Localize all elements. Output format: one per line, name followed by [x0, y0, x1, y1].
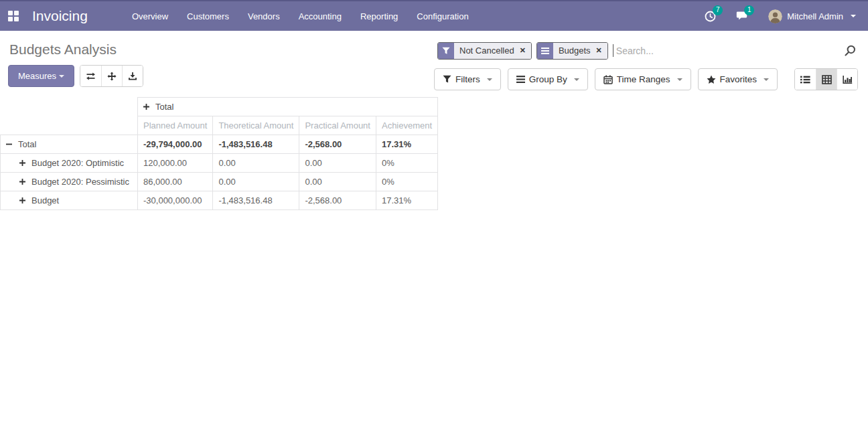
- menu-item-overview[interactable]: Overview: [125, 7, 175, 25]
- download-icon: [128, 72, 137, 81]
- group-by-icon: [516, 75, 525, 84]
- menu-item-accounting[interactable]: Accounting: [292, 7, 348, 25]
- table-row: Total -29,794,000.00 -1,483,516.48 -2,56…: [1, 135, 438, 154]
- pivot-cell: 0%: [376, 154, 437, 173]
- measure-header-practical[interactable]: Practical Amount: [299, 116, 376, 135]
- control-panel: Budgets Analysis Measures: [0, 31, 868, 90]
- pivot-table-icon: [822, 75, 832, 84]
- pivot-cell: 17.31%: [376, 135, 437, 154]
- menu-item-reporting[interactable]: Reporting: [354, 7, 405, 25]
- pivot-cell: 17.31%: [376, 191, 437, 210]
- expand-all-button[interactable]: [101, 66, 122, 86]
- favorites-button[interactable]: Favorites: [698, 68, 778, 90]
- pivot-col-group-total[interactable]: Total: [138, 98, 438, 116]
- pivot-cell: 0.00: [299, 154, 376, 173]
- table-row: Budget 2020: Pessimistic 86,000.00 0.00 …: [1, 173, 438, 191]
- star-icon: [707, 75, 716, 84]
- pivot-cell: 0.00: [213, 173, 299, 191]
- group-by-button[interactable]: Group By: [508, 68, 588, 90]
- search-input[interactable]: [615, 45, 844, 57]
- pivot-cell: 0.00: [299, 173, 376, 191]
- plus-icon[interactable]: [19, 177, 25, 187]
- search-bar: Not Cancelled ✕ Budgets ✕: [434, 39, 858, 62]
- main-menu: Overview Customers Vendors Accounting Re…: [125, 7, 476, 25]
- top-navbar: Invoicing Overview Customers Vendors Acc…: [0, 0, 868, 31]
- chevron-down-icon: [487, 78, 492, 81]
- avatar: [768, 9, 782, 23]
- messages-button[interactable]: 1: [736, 11, 748, 21]
- app-title[interactable]: Invoicing: [32, 8, 88, 24]
- measure-header-achievement[interactable]: Achievement: [376, 116, 437, 135]
- measures-button[interactable]: Measures: [8, 65, 74, 87]
- pivot-row-total[interactable]: Total: [1, 135, 138, 154]
- table-row: Budget -30,000,000.00 -1,483,516.48 -2,5…: [1, 191, 438, 210]
- pivot-row-budget-2020-pessimistic[interactable]: Budget 2020: Pessimistic: [1, 173, 138, 191]
- pivot-toolbar: [80, 65, 143, 87]
- search-options-row: Filters Group By Time Ranges: [434, 68, 858, 90]
- pivot-view: Total Planned Amount Theoretical Amount …: [0, 97, 868, 210]
- download-button[interactable]: [122, 66, 143, 86]
- search-icon[interactable]: [844, 45, 858, 57]
- pivot-row-budget[interactable]: Budget: [1, 191, 138, 210]
- pivot-cell: -1,483,516.48: [213, 135, 299, 154]
- flip-axis-icon: [86, 72, 96, 81]
- chevron-down-icon: [59, 75, 64, 78]
- chevron-down-icon: [764, 78, 769, 81]
- chevron-down-icon: [677, 78, 682, 81]
- filter-icon: [443, 75, 451, 84]
- plus-icon[interactable]: [19, 158, 25, 168]
- user-name: Mitchell Admin: [787, 11, 843, 21]
- facet-remove-icon[interactable]: ✕: [520, 46, 526, 55]
- search-facet-filter: Not Cancelled ✕: [437, 42, 532, 60]
- list-icon: [800, 75, 810, 84]
- pivot-row-budget-2020-optimistic[interactable]: Budget 2020: Optimistic: [1, 154, 138, 173]
- filters-button[interactable]: Filters: [434, 68, 501, 90]
- page-title: Budgets Analysis: [9, 41, 434, 58]
- search-facet-groupby: Budgets ✕: [536, 42, 608, 60]
- pivot-cell: -29,794,000.00: [138, 135, 213, 154]
- pivot-cell: 0.00: [213, 154, 299, 173]
- group-by-icon: [537, 43, 553, 59]
- messages-badge: 1: [744, 5, 754, 15]
- bar-chart-icon: [843, 75, 853, 84]
- view-switcher: [794, 68, 858, 90]
- pivot-cell: -1,483,516.48: [213, 191, 299, 210]
- facet-label: Budgets: [559, 46, 591, 56]
- pivot-cell: 86,000.00: [138, 173, 213, 191]
- table-row: Budget 2020: Optimistic 120,000.00 0.00 …: [1, 154, 438, 173]
- pivot-table: Total Planned Amount Theoretical Amount …: [0, 97, 438, 210]
- activities-badge: 7: [713, 5, 723, 15]
- menu-item-configuration[interactable]: Configuration: [410, 7, 475, 25]
- pivot-view-button[interactable]: [816, 69, 837, 90]
- list-view-button[interactable]: [795, 69, 816, 90]
- filter-icon: [438, 43, 454, 59]
- flip-axis-button[interactable]: [80, 66, 101, 86]
- graph-view-button[interactable]: [837, 69, 857, 90]
- pivot-cell: -2,568.00: [299, 135, 376, 154]
- pivot-cell: -30,000,000.00: [138, 191, 213, 210]
- activities-button[interactable]: 7: [705, 11, 716, 22]
- measure-header-planned[interactable]: Planned Amount: [138, 116, 213, 135]
- user-menu[interactable]: Mitchell Admin: [768, 9, 856, 23]
- pivot-corner-cell: [1, 98, 138, 116]
- apps-menu-icon[interactable]: [8, 11, 19, 21]
- minus-icon[interactable]: [6, 139, 12, 149]
- measure-header-theoretical[interactable]: Theoretical Amount: [213, 116, 299, 135]
- chevron-down-icon: [574, 78, 579, 81]
- expand-arrows-icon: [107, 72, 117, 81]
- chevron-down-icon: [851, 15, 856, 17]
- calendar-icon: [603, 75, 613, 84]
- pivot-cell: 0%: [376, 173, 437, 191]
- plus-icon[interactable]: [19, 195, 25, 205]
- facet-label: Not Cancelled: [459, 46, 514, 56]
- time-ranges-button[interactable]: Time Ranges: [595, 68, 691, 90]
- pivot-corner-cell: [1, 116, 138, 135]
- pivot-cell: 120,000.00: [138, 154, 213, 173]
- facet-remove-icon[interactable]: ✕: [596, 46, 602, 55]
- menu-item-customers[interactable]: Customers: [180, 7, 236, 25]
- text-cursor: [613, 44, 613, 57]
- plus-icon[interactable]: [143, 102, 149, 112]
- pivot-cell: -2,568.00: [299, 191, 376, 210]
- menu-item-vendors[interactable]: Vendors: [241, 7, 287, 25]
